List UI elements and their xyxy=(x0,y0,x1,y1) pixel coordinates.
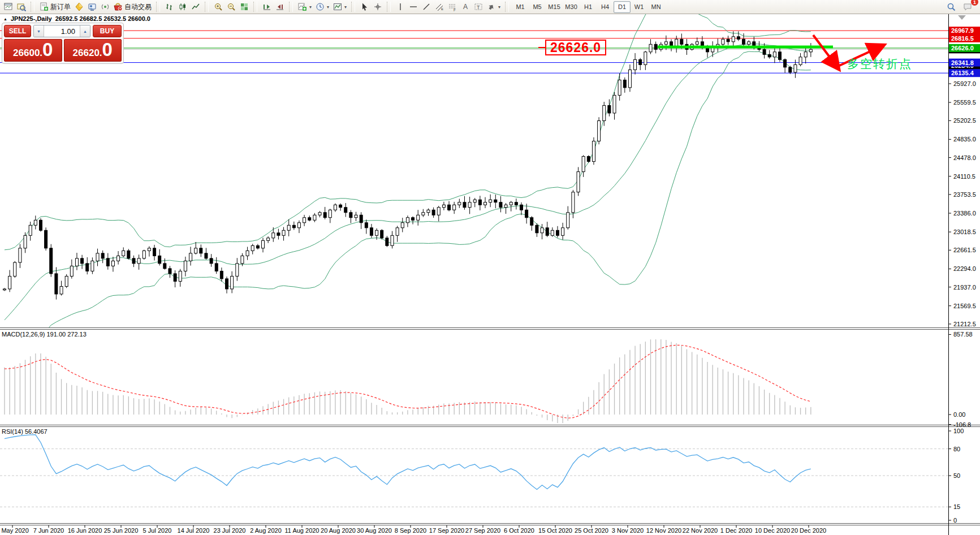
dropdown-caret: ▾ xyxy=(309,5,312,10)
svg-text:3 Nov 2020: 3 Nov 2020 xyxy=(612,527,644,534)
fibonacci-icon: F xyxy=(447,2,457,12)
svg-text:0: 0 xyxy=(953,517,957,524)
candlestick-icon xyxy=(178,2,187,12)
svg-text:8 Sep 2020: 8 Sep 2020 xyxy=(395,527,426,534)
rsi-label: RSI(14) 56.4067 xyxy=(2,428,48,435)
new-chart-button[interactable] xyxy=(2,1,15,13)
new-order-button[interactable]: 新订单 xyxy=(37,1,72,13)
profiles-icon xyxy=(16,2,26,12)
volume-increase-button[interactable]: ▲ xyxy=(80,25,90,37)
tf-m5-button[interactable]: M5 xyxy=(529,1,546,13)
sell-price-big-digit: 0 xyxy=(42,40,53,60)
main-toolbar: 新订单 自动交易 ▾ ▾ ▾ E F xyxy=(0,0,980,14)
crosshair-tool-button[interactable] xyxy=(371,1,384,13)
vertical-line-icon xyxy=(395,2,405,12)
sell-button[interactable]: SELL xyxy=(4,25,31,37)
svg-text:6 Oct 2020: 6 Oct 2020 xyxy=(504,527,534,534)
text-tool[interactable]: A xyxy=(459,1,472,13)
symbol-period-label: JPN225-,Daily xyxy=(11,15,52,22)
tile-windows-button[interactable] xyxy=(238,1,251,13)
crosshair-icon xyxy=(373,2,382,12)
strategy-tester-button[interactable] xyxy=(85,1,98,13)
new-order-label: 新订单 xyxy=(50,2,71,12)
vertical-line-tool[interactable] xyxy=(394,1,407,13)
mql-editor-button[interactable] xyxy=(72,1,85,13)
one-click-trading-panel: SELL ▼ ▲ BUY 26600.0 26620.0 xyxy=(2,23,124,64)
svg-text:5 Jul 2020: 5 Jul 2020 xyxy=(143,527,172,534)
candlestick-chart-button[interactable] xyxy=(176,1,189,13)
channel-tool[interactable]: E xyxy=(433,1,446,13)
svg-text:2 Aug 2020: 2 Aug 2020 xyxy=(250,527,282,534)
chart-shift-button[interactable] xyxy=(273,1,286,13)
dropdown-caret: ▾ xyxy=(344,5,347,10)
search-button[interactable] xyxy=(945,1,958,13)
toolbar-separator xyxy=(253,2,257,12)
toolbar-separator xyxy=(156,2,160,12)
svg-text:1 Dec 2020: 1 Dec 2020 xyxy=(720,527,752,534)
svg-text:22 Nov 2020: 22 Nov 2020 xyxy=(683,527,718,534)
collapse-panel-icon[interactable]: ▲ xyxy=(3,17,7,21)
chart-header: ▲ JPN225-,Daily 26592.5 26682.5 26532.5 … xyxy=(3,15,150,22)
search-icon xyxy=(947,2,956,12)
templates-button[interactable]: ▾ xyxy=(331,1,348,13)
level-label-tick xyxy=(538,47,545,48)
svg-text:25 Jun 2020: 25 Jun 2020 xyxy=(104,527,139,534)
news-signals-button[interactable] xyxy=(98,1,111,13)
volume-decrease-button[interactable]: ▼ xyxy=(34,25,44,37)
tf-h1-button[interactable]: H1 xyxy=(580,1,597,13)
horizontal-line-tool[interactable] xyxy=(407,1,420,13)
toolbar-separator xyxy=(205,2,209,12)
resistance-level-label[interactable]: 26626.0 xyxy=(545,40,606,55)
fibonacci-tool[interactable]: F xyxy=(446,1,459,13)
chart-canvas[interactable]: 25927.025559.525202.524835.024478.024110… xyxy=(0,0,980,535)
add-indicator-icon xyxy=(297,2,307,12)
notifications-button[interactable]: 1 xyxy=(961,1,974,13)
profiles-button[interactable] xyxy=(15,1,28,13)
buy-price-box[interactable]: 26620.0 xyxy=(64,39,122,62)
svg-text:24835.0: 24835.0 xyxy=(953,136,976,143)
tf-m15-button[interactable]: M15 xyxy=(546,1,563,13)
sell-price-box[interactable]: 26600.0 xyxy=(4,39,62,62)
turning-point-annotation[interactable]: 多空转折点 xyxy=(847,56,912,72)
tf-m1-button[interactable]: M1 xyxy=(512,1,529,13)
tf-h4-button[interactable]: H4 xyxy=(597,1,614,13)
trendline-tool[interactable] xyxy=(420,1,433,13)
svg-text:0.00: 0.00 xyxy=(953,411,965,418)
text-label-tool[interactable]: T xyxy=(472,1,485,13)
svg-text:22294.0: 22294.0 xyxy=(953,265,976,272)
autotrading-button[interactable]: 自动交易 xyxy=(111,1,153,13)
svg-text:25927.0: 25927.0 xyxy=(953,80,976,87)
zoom-out-icon xyxy=(226,2,236,12)
svg-text:15: 15 xyxy=(953,503,960,510)
svg-text:25 Oct 2020: 25 Oct 2020 xyxy=(575,527,608,534)
svg-text:22661.5: 22661.5 xyxy=(953,247,976,253)
svg-text:30 Aug 2020: 30 Aug 2020 xyxy=(357,527,392,534)
buy-button[interactable]: BUY xyxy=(93,25,122,37)
svg-text:26626.0: 26626.0 xyxy=(951,45,974,51)
chart-window-icon xyxy=(3,2,13,12)
svg-text:26135.4: 26135.4 xyxy=(951,70,974,76)
tf-mn-button[interactable]: MN xyxy=(647,1,664,13)
sell-price-main: 26600 xyxy=(13,43,40,62)
periods-button[interactable]: ▾ xyxy=(313,1,331,13)
line-chart-button[interactable] xyxy=(189,1,202,13)
bar-chart-button[interactable] xyxy=(163,1,176,13)
tf-d1-button[interactable]: D1 xyxy=(614,1,631,13)
tf-w1-button[interactable]: W1 xyxy=(631,1,647,13)
indicators-button[interactable]: ▾ xyxy=(296,1,313,13)
zoom-out-button[interactable] xyxy=(225,1,238,13)
volume-stepper: ▼ ▲ xyxy=(33,25,90,37)
tf-m30-button[interactable]: M30 xyxy=(563,1,580,13)
cursor-tool-button[interactable] xyxy=(358,1,371,13)
arrows-tool[interactable]: ▾ xyxy=(485,1,502,13)
svg-text:12 Nov 2020: 12 Nov 2020 xyxy=(646,527,681,534)
svg-text:25202.5: 25202.5 xyxy=(953,117,976,124)
arrow-shapes-icon xyxy=(486,2,496,12)
template-icon xyxy=(333,2,342,12)
toolbar-separator xyxy=(505,2,509,12)
zoom-in-button[interactable] xyxy=(211,1,225,13)
auto-scroll-button[interactable] xyxy=(260,1,273,13)
volume-input[interactable] xyxy=(44,25,80,37)
svg-text:23753.5: 23753.5 xyxy=(953,191,976,198)
svg-text:20 Dec 2020: 20 Dec 2020 xyxy=(791,527,826,534)
